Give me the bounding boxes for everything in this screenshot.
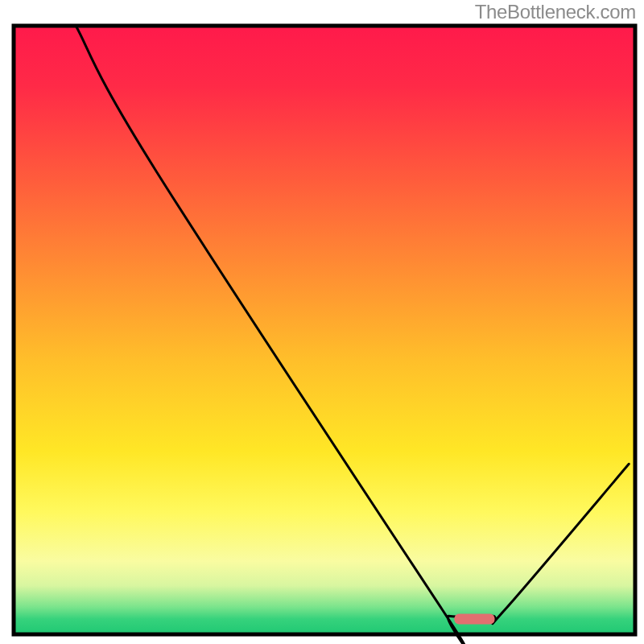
optimal-marker <box>454 614 494 625</box>
gradient-panel <box>14 26 635 634</box>
bottleneck-chart <box>0 0 644 644</box>
